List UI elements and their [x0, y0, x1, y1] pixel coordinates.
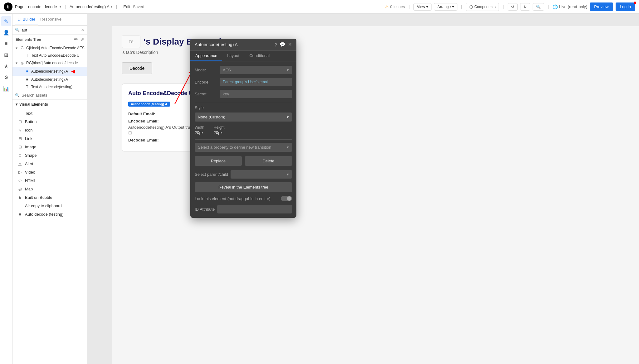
- view-button[interactable]: View ▾: [413, 3, 432, 11]
- tree-header: Elements Tree 👁 ⤢: [12, 35, 87, 44]
- decoded-email-label: Decoded Email:: [128, 138, 159, 142]
- icon-bar-layers[interactable]: ≡: [1, 39, 11, 49]
- autoencode-badge[interactable]: Autoencode(testing) A: [128, 102, 170, 107]
- view-chevron-icon: ▾: [426, 5, 428, 9]
- icon-bar-settings[interactable]: ⚙: [1, 72, 11, 82]
- ve-item-link[interactable]: ⊞ Link: [12, 134, 87, 143]
- ve-item-bubble[interactable]: b Built on Bubble: [12, 193, 87, 202]
- ve-bubble-icon: b: [17, 196, 22, 199]
- modal-secret-input[interactable]: [220, 90, 292, 98]
- ve-alert-label: Alert: [25, 161, 33, 166]
- modal-body: Mode: AES ▾ Encode: Parent group's User'…: [190, 61, 296, 218]
- modal-style-label: Style: [195, 105, 292, 110]
- modal-header: Autoencode(testing) A ? 💬 ✕: [190, 39, 296, 51]
- tab-ui-builder[interactable]: UI Builder: [15, 14, 38, 25]
- modal-transition-chevron: ▾: [287, 145, 289, 150]
- redo-button[interactable]: ↻: [520, 3, 530, 11]
- expand-icon[interactable]: ⤢: [80, 37, 84, 42]
- element-selector[interactable]: Autoencode(testing) A ▾: [70, 4, 112, 9]
- edit-label[interactable]: Edit: [123, 4, 130, 9]
- login-button[interactable]: Log in: [616, 2, 635, 11]
- icon-bar-puzzle[interactable]: ⊞: [1, 50, 11, 60]
- ve-shape-icon: □: [17, 153, 22, 158]
- ve-item-shape[interactable]: □ Shape: [12, 151, 87, 160]
- main-layout: ✎ 👤 ≡ ⊞ ★ ⚙ 📊 UI Builder Responsive 🔍 ✕ …: [0, 14, 639, 364]
- text-autod-icon: T: [25, 85, 29, 89]
- icon-bar-pencil[interactable]: ✎: [1, 16, 11, 26]
- ve-link-icon: ⊞: [17, 136, 22, 141]
- tree-item-text-autod[interactable]: T Text Autodecode(testing): [12, 83, 87, 91]
- tree-item-autoencode[interactable]: ■ Autoencode(testing) A ◀: [12, 67, 87, 76]
- tree-item-text-auto[interactable]: T Text Auto Encode&Decode U: [12, 52, 87, 59]
- visibility-icon[interactable]: 👁: [74, 37, 78, 42]
- modal-height-label: Height: [214, 125, 225, 130]
- ve-video-icon: ▷: [17, 170, 22, 175]
- issues-count[interactable]: ⚠ 0 issues: [385, 4, 405, 9]
- page-chevron-icon[interactable]: ▾: [60, 5, 61, 8]
- modal-reveal-button[interactable]: Reveal in the Elements tree: [195, 182, 292, 192]
- modal-action-row: Replace Delete: [195, 156, 292, 166]
- arrange-button[interactable]: Arrange ▾: [434, 3, 457, 11]
- modal-title: Autoencode(testing) A: [195, 42, 238, 47]
- modal-chat-icon[interactable]: 💬: [280, 42, 285, 47]
- modal-id-input[interactable]: [217, 205, 292, 213]
- modal-style-dropdown[interactable]: None (Custom) ▾: [195, 113, 292, 122]
- preview-button[interactable]: Preview: [590, 2, 613, 11]
- tab-layout[interactable]: Layout: [222, 51, 244, 61]
- clear-icon[interactable]: ✕: [81, 27, 85, 32]
- ve-item-air-copy[interactable]: □ Air copy to clipboard: [12, 202, 87, 210]
- logo[interactable]: b: [4, 2, 12, 11]
- search-input[interactable]: [22, 28, 79, 32]
- ve-html-icon: </>: [17, 179, 22, 182]
- modal-mode-dropdown[interactable]: AES ▾: [220, 66, 292, 74]
- search-button[interactable]: 🔍: [533, 3, 544, 11]
- autoencode-icon: ■: [25, 69, 29, 74]
- ve-button-label: Button: [25, 119, 37, 124]
- ve-item-map[interactable]: ◎ Map: [12, 185, 87, 193]
- modal-lock-toggle[interactable]: [281, 196, 292, 201]
- assets-search-input[interactable]: [22, 93, 85, 98]
- ve-item-auto-decode[interactable]: ■ Auto decode (testing): [12, 210, 87, 218]
- tab-appearance[interactable]: Appearance: [190, 51, 222, 61]
- components-button[interactable]: ⬡ Components: [466, 3, 499, 11]
- modal-help-icon[interactable]: ?: [275, 42, 277, 47]
- modal-encode-value-box[interactable]: Parent group's User's email: [220, 78, 292, 86]
- decode-button[interactable]: Decode: [122, 62, 152, 74]
- tab-conditional[interactable]: Conditional: [244, 51, 275, 61]
- modal-parent-chevron: ▾: [287, 172, 289, 177]
- icon-bar-person[interactable]: 👤: [1, 27, 11, 37]
- modal-replace-button[interactable]: Replace: [195, 156, 242, 166]
- modal-parent-row: Select parent/child ▾: [195, 170, 292, 179]
- copy-icon[interactable]: ⊡: [128, 130, 132, 135]
- modal-delete-button[interactable]: Delete: [245, 156, 292, 166]
- undo-button[interactable]: ↺: [508, 3, 518, 11]
- modal-width-label: Width: [195, 125, 204, 130]
- ve-html-label: HTML: [25, 178, 36, 183]
- ve-item-video[interactable]: ▷ Video: [12, 168, 87, 176]
- ve-map-icon: ◎: [17, 187, 22, 191]
- tree-item-autodecode[interactable]: ■ Autodecode(testing) A: [12, 76, 87, 83]
- ve-map-label: Map: [25, 187, 33, 191]
- tree-item-g-block[interactable]: ▼ G G[block] Auto Encode/Decode AES: [12, 44, 87, 52]
- ve-item-image[interactable]: ⊟ Image: [12, 143, 87, 151]
- modal-height-value[interactable]: 20px: [214, 130, 225, 135]
- modal-parent-dropdown[interactable]: ▾: [231, 170, 292, 179]
- tree-item-rg-block[interactable]: ▼ ◎ RG[block] Auto encode/decode: [12, 59, 87, 67]
- tab-responsive[interactable]: Responsive: [38, 14, 64, 25]
- ve-item-icon[interactable]: ☆ Icon: [12, 126, 87, 134]
- icon-bar-chart[interactable]: 📊: [1, 84, 11, 93]
- modal-width-value[interactable]: 20px: [195, 130, 204, 135]
- ve-item-html[interactable]: </> HTML: [12, 176, 87, 185]
- modal-style-chevron: ▾: [287, 115, 289, 119]
- ve-alert-icon: △: [17, 161, 22, 166]
- visual-elements-header[interactable]: ▾ Visual Elements: [12, 100, 87, 109]
- tree-item-label-text-auto: Text Auto Encode&Decode U: [31, 53, 80, 58]
- ve-item-button[interactable]: ⊡ Button: [12, 117, 87, 126]
- modal-transition-dropdown[interactable]: Select a property to define new transiti…: [195, 143, 292, 152]
- ve-item-alert[interactable]: △ Alert: [12, 160, 87, 168]
- modal-close-icon[interactable]: ✕: [288, 42, 292, 47]
- ve-item-text[interactable]: T Text: [12, 109, 87, 117]
- icon-bar-star[interactable]: ★: [1, 61, 11, 71]
- default-email-label: Default Email:: [128, 112, 155, 116]
- rg-icon: ◎: [20, 61, 24, 65]
